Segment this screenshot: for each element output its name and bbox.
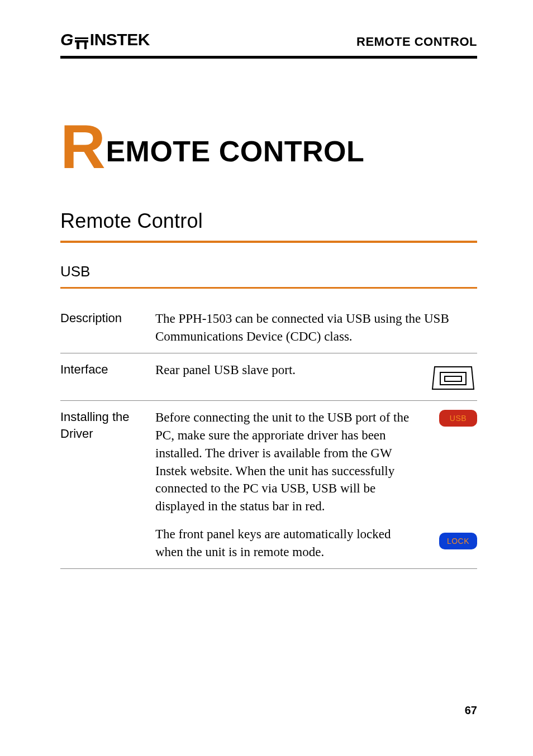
- interface-text: Rear panel USB slave port.: [155, 361, 296, 379]
- row-body-driver: Before connecting the unit to the USB po…: [155, 409, 423, 561]
- brand-name: INSTEK: [90, 30, 150, 49]
- chapter-title-rest: EMOTE CONTROL: [106, 135, 364, 168]
- lock-status-badge: LOCK: [439, 533, 477, 549]
- header-rule: [60, 56, 477, 59]
- row-body-description: The PPH-1503 can be connected via USB us…: [155, 310, 477, 345]
- subsection-heading: USB: [60, 263, 477, 280]
- brand-letter-g: G: [60, 30, 73, 49]
- row-label-description: Description: [60, 310, 155, 327]
- brand-glyph-icon: [74, 36, 89, 49]
- usb-status-badge: USB: [439, 410, 477, 427]
- document-page: G INSTEK REMOTE CONTROL REMOTE CONTROL R…: [0, 0, 533, 756]
- row-body-interface: Rear panel USB slave port.: [155, 361, 477, 393]
- table-row: Installing the Driver Before connecting …: [60, 401, 477, 569]
- row-label-driver: Installing the Driver: [60, 409, 155, 442]
- section-heading: Remote Control: [60, 209, 477, 233]
- brand-logo: G INSTEK: [60, 30, 150, 49]
- content-table: Description The PPH-1503 can be connecte…: [60, 302, 477, 569]
- usb-port-icon: [431, 361, 475, 393]
- chapter-title: REMOTE CONTROL: [60, 137, 477, 166]
- row-label-interface: Interface: [60, 361, 155, 378]
- description-text: The PPH-1503 can be connected via USB us…: [155, 310, 475, 345]
- section-rule: [60, 241, 477, 243]
- driver-paragraph-2: The front panel keys are automatically l…: [155, 525, 421, 561]
- svg-rect-1: [445, 376, 461, 381]
- table-row: Description The PPH-1503 can be connecte…: [60, 302, 477, 353]
- subsection-rule: [60, 287, 477, 289]
- driver-paragraph-1: Before connecting the unit to the USB po…: [155, 409, 421, 515]
- header-section-label: REMOTE CONTROL: [356, 35, 477, 49]
- page-number: 67: [465, 704, 477, 717]
- row-badges: USB LOCK: [423, 409, 477, 549]
- table-row: Interface Rear panel USB slave port.: [60, 353, 477, 401]
- page-header: G INSTEK REMOTE CONTROL: [60, 30, 477, 52]
- svg-rect-0: [440, 372, 466, 385]
- chapter-drop-cap: R: [60, 112, 106, 181]
